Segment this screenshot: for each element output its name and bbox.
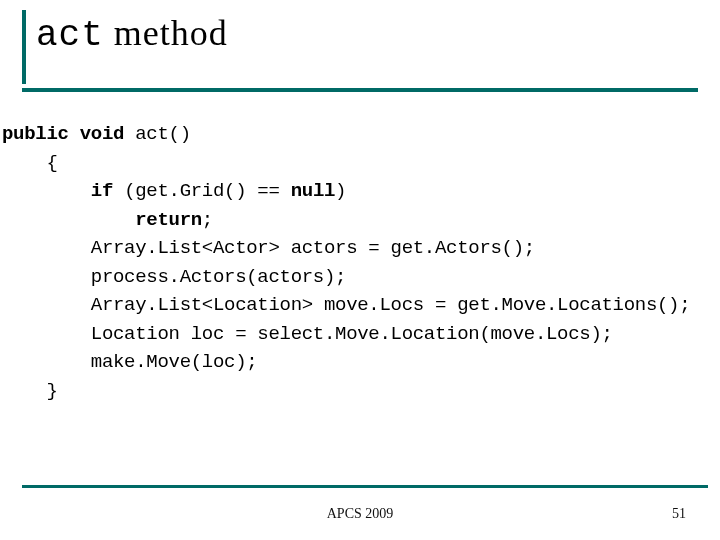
slide-title: act method — [36, 14, 698, 56]
footer-text: APCS 2009 — [0, 506, 720, 522]
code-keyword: public — [2, 123, 69, 145]
code-keyword: void — [80, 123, 124, 145]
title-rest: method — [104, 13, 228, 53]
code-block: public void act() { if (get.Grid() == nu… — [2, 120, 698, 405]
code-keyword: return — [135, 209, 202, 231]
code-keyword: null — [291, 180, 335, 202]
footer-divider — [22, 485, 708, 488]
slide: act method public void act() { if (get.G… — [0, 0, 720, 540]
title-container: act method — [22, 10, 698, 84]
title-underline — [22, 88, 698, 92]
page-number: 51 — [672, 506, 686, 522]
title-code-word: act — [36, 15, 104, 56]
code-keyword: if — [91, 180, 113, 202]
